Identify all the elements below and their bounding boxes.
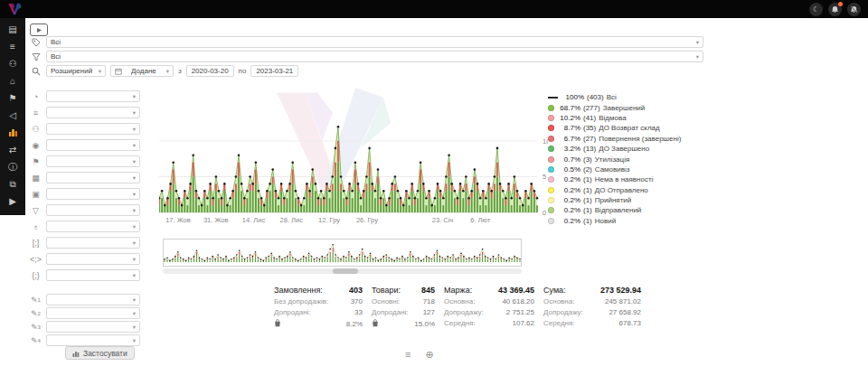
rail-home-icon[interactable]: ⌂ (6, 76, 19, 87)
legend-item[interactable]: 3.2%(13)ДО Завершено (548, 144, 711, 154)
legend-percent: 10.2% (557, 114, 580, 122)
color-swatch (548, 197, 554, 203)
category-select[interactable]: ▾ (46, 188, 140, 200)
rail-info-icon[interactable]: ⓘ (6, 162, 19, 173)
notifications-bell-button[interactable] (828, 3, 842, 16)
rail-integrations-icon[interactable]: ⇄ (6, 145, 19, 155)
bracket-square-select[interactable]: ▾ (46, 237, 140, 249)
stat-label: Основні: (372, 297, 401, 306)
custom-field-1-select[interactable]: ▾ (46, 294, 140, 306)
manager-select[interactable]: ▾ (46, 139, 140, 151)
stat-title: Маржа: (444, 286, 472, 295)
legend-label: Відправлений (595, 206, 642, 214)
campaign-select[interactable]: Всі ▾ (46, 36, 703, 48)
legend-item[interactable]: 0.2%(1)Відправлений (548, 205, 711, 215)
scrollbar-thumb[interactable] (333, 268, 358, 274)
rail-orders-icon[interactable]: ≡ (6, 42, 19, 52)
stats-sub-row: Середня:107.62 (444, 319, 534, 327)
filter-row-6: ▦▾ (30, 172, 140, 183)
stat-title: Сума: (543, 286, 566, 295)
legend-item[interactable]: 8.7%(35)ДО Возврат склад (548, 123, 711, 133)
muted-bell-button[interactable] (847, 3, 861, 16)
theme-toggle-button[interactable]: ☾ (809, 3, 823, 16)
stats-title-row: Товари:845 (372, 286, 435, 295)
legend-item[interactable]: 0.7%(3)Утилізація (548, 154, 711, 164)
fields-select[interactable]: ▾ (46, 107, 140, 118)
legend-item[interactable]: 0.2%(1)Прийнятий (548, 195, 711, 205)
stat-value: 127 (423, 308, 435, 316)
chart-menu-button[interactable]: ≡ (405, 349, 410, 361)
pencil-icon: ✎1 (30, 296, 42, 305)
custom-field-row-4: ✎4▾ (30, 334, 140, 346)
legend-count: (3) (583, 155, 592, 164)
team-select[interactable]: ▾ (46, 123, 140, 135)
legend-percent: 0.2% (557, 186, 580, 194)
bracket-angle-select[interactable]: ▾ (46, 253, 140, 265)
legend-item[interactable]: 6.7%(27)Повернення (завершені) (548, 134, 711, 144)
chart-globe-button[interactable]: ⊕ (425, 349, 433, 361)
custom-field-3-select[interactable]: ▾ (46, 321, 140, 333)
filter-row-5: ⚑▾ (30, 155, 140, 167)
campaign-select-value: Всі (51, 38, 61, 46)
color-swatch (548, 146, 554, 152)
apply-button[interactable]: Застосувати (65, 346, 135, 360)
legend-item[interactable]: 10.2%(41)Відмова (548, 113, 711, 123)
custom-field-2-select[interactable]: ▾ (46, 307, 140, 319)
chevron-down-icon: ▾ (133, 207, 136, 214)
legend-count: (35) (583, 124, 596, 132)
legend-item[interactable]: 100%(403)Всі (548, 92, 711, 102)
advanced-mode-select[interactable]: Розширений ▾ (46, 65, 106, 77)
legend-item[interactable]: 68.7%(277)Завершений (548, 102, 711, 112)
stats-sub-row: Без допродажів:370 (274, 297, 363, 306)
color-swatch (548, 105, 554, 111)
video-tutorial-button[interactable] (30, 24, 48, 36)
legend-item[interactable]: 0.5%(2)Самовивіз (548, 164, 711, 174)
pencil-icon: ✎4 (30, 336, 42, 345)
stats-sub-row: Основні:718 (372, 297, 435, 306)
rail-clients-icon[interactable]: ⚇ (6, 59, 19, 70)
products-select[interactable]: ▾ (46, 172, 140, 183)
date-from-input[interactable]: 2020-03-20 (186, 65, 234, 77)
stat-value: 718 (423, 297, 435, 306)
stat-value: 8.2% (346, 320, 363, 328)
legend-percent: 8.7% (557, 124, 580, 132)
color-swatch (548, 176, 554, 183)
chart-overview[interactable] (163, 239, 522, 267)
rail-marketing-icon[interactable]: ◁ (6, 110, 19, 121)
color-swatch (548, 207, 554, 213)
date-field-select[interactable]: Додане ▾ (110, 65, 174, 77)
stat-total-value: 43 369.45 (498, 286, 534, 295)
status-select[interactable]: Всі ▾ (46, 51, 703, 62)
legend-item[interactable]: 0.2%(1)Нема в наявності (548, 174, 711, 184)
app-logo-icon[interactable] (7, 3, 22, 15)
color-swatch (548, 218, 554, 224)
rail-dashboard-icon[interactable]: ▤ (6, 24, 19, 35)
custom-field-4-select[interactable]: ▾ (46, 334, 140, 346)
stats-sub-row: 15.0% (372, 319, 435, 329)
stat-label: Основна: (444, 297, 475, 306)
stats-sub-row: Основна:40 618.20 (444, 297, 534, 306)
rail-tags-icon[interactable]: ⚑ (6, 93, 19, 104)
overview-scrollbar[interactable] (163, 268, 522, 274)
orders-timeline-chart[interactable]: 051017. Жов31. Жов14. Лис28. Лис12. Гру2… (159, 87, 548, 225)
legend-item[interactable]: 0.2%(1)Новий (548, 216, 711, 226)
chevron-down-icon: ▾ (133, 191, 136, 198)
date-to-input[interactable]: 2023-03-21 (250, 65, 298, 77)
stat-value: 27 658.92 (609, 308, 641, 316)
search-icon[interactable] (30, 67, 42, 76)
rail-analytics-icon[interactable] (6, 127, 19, 138)
flag-select[interactable]: ▾ (46, 155, 140, 167)
region-select[interactable]: ▾ (46, 221, 140, 232)
rail-video-icon[interactable]: ▶ (6, 196, 19, 207)
status-cycle-select[interactable]: ▾ (46, 90, 140, 102)
stat-total-value: 845 (421, 286, 435, 295)
chevron-down-icon: ▾ (133, 324, 136, 331)
funnel-select[interactable]: ▾ (46, 204, 140, 216)
rail-apps-icon[interactable]: ⧉ (6, 179, 19, 190)
bracket-curly-select[interactable]: ▾ (46, 269, 140, 281)
nav-rail: ▤≡⚇⌂⚑◁⇄ⓘ⧉▶ (0, 18, 25, 215)
filter-row-1: ◔▾ (30, 90, 140, 102)
chart-legend: 100%(403)Всі68.7%(277)Завершений10.2%(41… (548, 92, 711, 226)
legend-count: (13) (583, 145, 596, 153)
legend-item[interactable]: 0.2%(1)ДО Отправлено (548, 185, 711, 195)
